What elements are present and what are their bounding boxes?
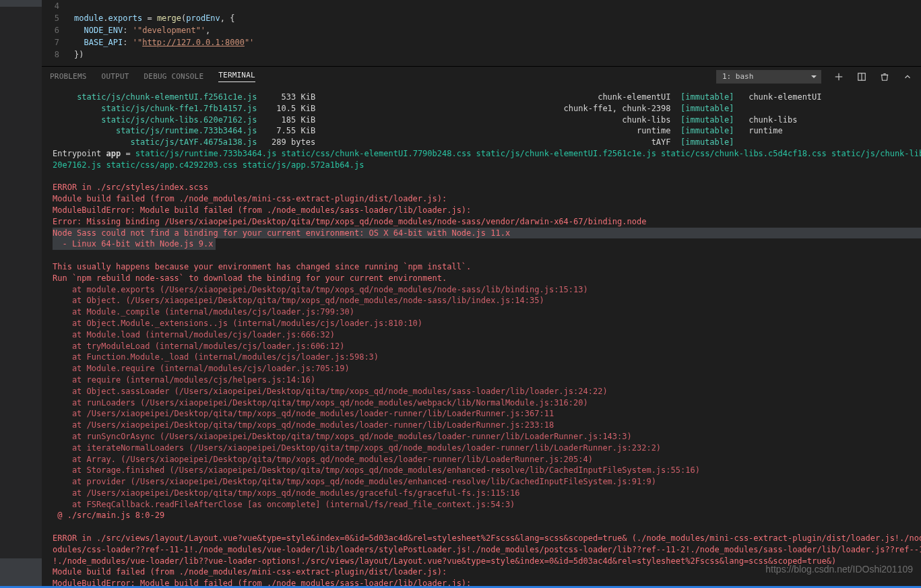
maximize-panel-icon[interactable] <box>902 71 913 82</box>
panel-tab-bar: PROBLEMS OUTPUT DEBUG CONSOLE TERMINAL 1… <box>42 66 921 86</box>
activity-bar <box>0 0 42 588</box>
kill-terminal-icon[interactable] <box>879 71 890 82</box>
tab-output[interactable]: OUTPUT <box>102 72 129 81</box>
tab-problems[interactable]: PROBLEMS <box>50 72 87 81</box>
split-terminal-icon[interactable] <box>856 71 867 82</box>
new-terminal-icon[interactable] <box>833 71 844 82</box>
terminal-shell-select[interactable]: 1: bash <box>716 70 821 84</box>
terminal-output[interactable]: static/js/chunk-elementUI.f2561c1e.js 53… <box>42 86 921 588</box>
watermark: https://blog.csdn.net/IDOshi201109 <box>765 564 913 575</box>
sidebar-selection <box>0 0 42 7</box>
tab-terminal[interactable]: TERMINAL <box>218 71 255 82</box>
tab-debug-console[interactable]: DEBUG CONSOLE <box>144 72 204 81</box>
sidebar-selection-bottom <box>0 558 42 588</box>
code-editor[interactable]: 45module.exports = merge(prodEnv, {6 NOD… <box>42 0 921 66</box>
